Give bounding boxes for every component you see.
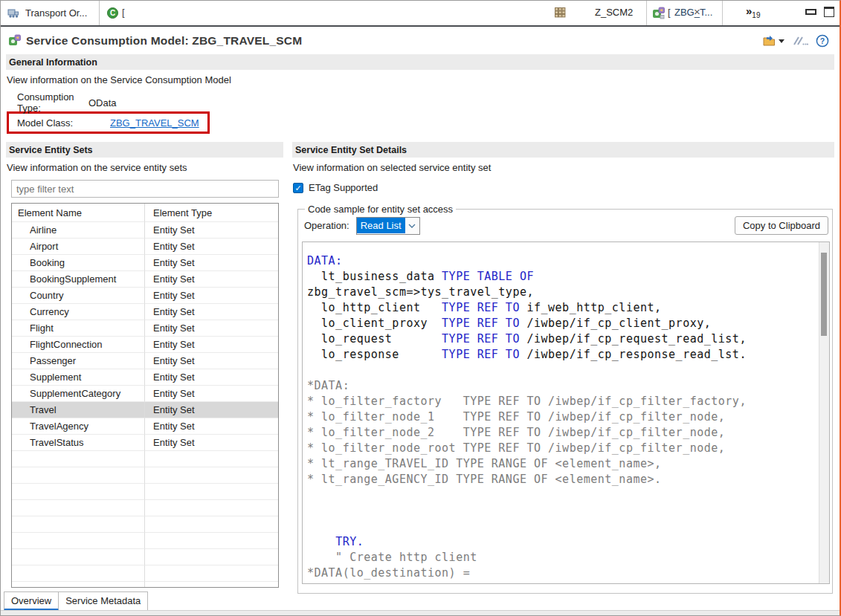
cell-element-type: Entity Set: [145, 239, 278, 255]
code-sample: DATA: lt_business_data TYPE TABLE OFzbg_…: [303, 242, 829, 581]
slashes-icon[interactable]: [792, 36, 808, 46]
bottom-tab-bar: Overview Service Metadata: [1, 591, 840, 611]
code-line: * lo_filter_node_2 TYPE REF TO /iwbep/if…: [307, 425, 814, 441]
table-row[interactable]: [12, 516, 278, 533]
class-decorator-icon: C: [107, 7, 118, 19]
tab-overview[interactable]: Overview: [4, 591, 59, 611]
operation-selected-value: Read List: [357, 218, 405, 233]
entity-table-body: AirlineEntity SetAirportEntity SetBookin…: [12, 222, 278, 588]
tab-separator: [722, 1, 723, 25]
cell-element-name: [12, 533, 145, 549]
tab-service-metadata[interactable]: Service Metadata: [59, 591, 148, 611]
editor-header: Service Consumption Model: ZBG_TRAVEL_SC…: [1, 27, 840, 54]
table-row[interactable]: PassengerEntity Set: [12, 353, 278, 369]
table-row[interactable]: CurrencyEntity Set: [12, 304, 278, 320]
table-row[interactable]: [12, 451, 278, 467]
code-line: [307, 363, 814, 378]
cell-element-type: [145, 516, 278, 533]
cell-element-type: [145, 549, 278, 565]
general-info-description: View information on the Service Consumpt…: [1, 70, 840, 90]
table-row[interactable]: BookingSupplementEntity Set: [12, 271, 278, 288]
consumption-type-label: Consumption Type:: [17, 91, 88, 114]
entity-sets-description: View information on the service entity s…: [6, 158, 283, 177]
cell-element-type: [145, 500, 278, 516]
table-row[interactable]: SupplementCategoryEntity Set: [12, 386, 278, 402]
maximize-icon[interactable]: [824, 7, 834, 17]
table-row[interactable]: [12, 467, 278, 484]
service-entity-set-details-panel: Service Entity Set Details View informat…: [292, 142, 834, 592]
table-row[interactable]: TravelEntity Set: [12, 402, 278, 418]
tab-transport-organizer[interactable]: Transport Or...: [1, 1, 100, 25]
vertical-scrollbar[interactable]: [819, 242, 829, 583]
cell-element-name: [12, 484, 145, 500]
scrollbar-thumb[interactable]: [821, 253, 827, 336]
column-header-element-type[interactable]: Element Type: [145, 204, 278, 222]
column-header-element-name[interactable]: Element Name: [12, 204, 145, 222]
tab-zscm2[interactable]: Z_SCM2: [595, 7, 633, 18]
table-row[interactable]: [12, 565, 278, 582]
code-line: * lt_range_AGENCY_ID TYPE RANGE OF <elem…: [307, 472, 814, 487]
cell-element-type: [145, 582, 278, 588]
code-line: [307, 519, 814, 534]
editor-tab-bar: Transport Or... C [ Z_SCM2: [1, 1, 840, 27]
operation-select[interactable]: Read List: [356, 217, 420, 235]
cell-element-type: Entity Set: [145, 418, 278, 435]
editor-overflow-chevron-icon[interactable]: »19: [746, 4, 760, 19]
cell-element-name: SupplementCategory: [12, 386, 145, 402]
tab-bar-filler: [148, 591, 840, 611]
cell-element-type: Entity Set: [145, 402, 278, 418]
table-row[interactable]: SupplementEntity Set: [12, 369, 278, 386]
redacted-tab-text: [: [668, 7, 671, 18]
table-row[interactable]: AirlineEntity Set: [12, 222, 278, 239]
code-sample-area[interactable]: DATA: lt_business_data TYPE TABLE OFzbg_…: [302, 241, 830, 584]
cell-element-type: Entity Set: [145, 337, 278, 353]
code-sample-group: Code sample for entity set access Operat…: [297, 204, 833, 594]
etag-checkbox[interactable]: ✓: [293, 183, 303, 193]
cell-element-type: Entity Set: [145, 386, 278, 402]
table-row[interactable]: [12, 484, 278, 500]
cell-element-name: FlightConnection: [12, 337, 145, 353]
table-row[interactable]: BookingEntity Set: [12, 255, 278, 271]
table-row[interactable]: [12, 500, 278, 516]
table-row[interactable]: FlightConnectionEntity Set: [12, 337, 278, 353]
cell-element-name: Booking: [12, 255, 145, 271]
details-description: View information on selected service ent…: [292, 158, 834, 177]
entity-set-table[interactable]: Element Name Element Type AirlineEntity …: [11, 203, 279, 588]
cell-element-name: Supplement: [12, 369, 145, 386]
cell-element-name: TravelStatus: [12, 435, 145, 451]
cell-element-name: [12, 451, 145, 467]
model-class-link[interactable]: ZBG_TRAVEL_SCM: [110, 117, 199, 129]
cell-element-name: [12, 516, 145, 533]
cell-element-name: Flight: [12, 320, 145, 337]
code-line: " Create http client: [307, 550, 814, 565]
code-line: * lo_filter_node_root TYPE REF TO /iwbep…: [307, 441, 814, 456]
chevron-down-icon: [779, 39, 784, 43]
etag-label: ETag Supported: [309, 182, 378, 193]
close-icon[interactable]: ×: [694, 6, 700, 17]
cell-element-name: TravelAgency: [12, 418, 145, 435]
table-row[interactable]: [12, 582, 278, 588]
svg-text:?: ?: [820, 36, 825, 45]
table-row[interactable]: [12, 533, 278, 549]
help-icon[interactable]: ?: [816, 34, 829, 48]
table-row[interactable]: CountryEntity Set: [12, 288, 278, 304]
minimize-icon[interactable]: [805, 9, 816, 15]
table-row[interactable]: TravelStatusEntity Set: [12, 435, 278, 451]
cell-element-type: Entity Set: [145, 353, 278, 369]
table-row[interactable]: [12, 549, 278, 565]
copy-to-clipboard-button[interactable]: Copy to Clipboard: [735, 216, 828, 235]
consumption-type-row: Consumption Type: OData: [17, 96, 840, 109]
table-row[interactable]: TravelAgencyEntity Set: [12, 418, 278, 435]
code-line: lo_response TYPE REF TO /iwbep/if_cp_res…: [307, 347, 814, 363]
cell-element-name: BookingSupplement: [12, 271, 145, 288]
open-project-action-icon[interactable]: [763, 35, 784, 47]
table-row[interactable]: FlightEntity Set: [12, 320, 278, 337]
hidden-editor-count: 19: [752, 11, 760, 19]
adt-editor-window: Transport Or... C [ Z_SCM2: [0, 0, 841, 616]
table-row[interactable]: AirportEntity Set: [12, 239, 278, 255]
code-line: * lo_filter_factory TYPE REF TO /iwbep/i…: [307, 394, 814, 409]
filter-input[interactable]: [11, 180, 279, 198]
cell-element-name: Currency: [12, 304, 145, 320]
cell-element-type: Entity Set: [145, 369, 278, 386]
cell-element-name: [12, 549, 145, 565]
